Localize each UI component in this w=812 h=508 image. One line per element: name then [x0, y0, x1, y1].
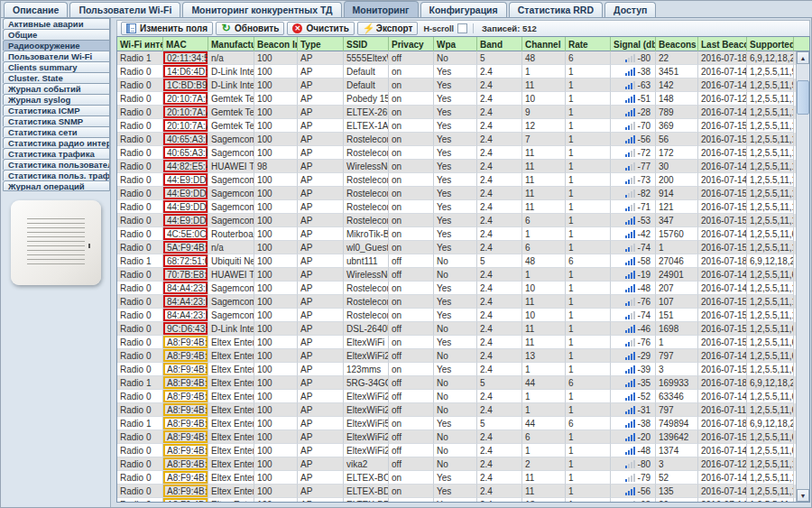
export-button[interactable]: ⚡ Экспорт — [357, 22, 419, 35]
scrollbar-up-button[interactable]: ▲ — [797, 51, 809, 64]
channel-cell: 10 — [522, 309, 566, 322]
table-row[interactable]: Radio 0A8:F9:4B:0...Eltex Enterp...100AP… — [117, 349, 796, 363]
rate-cell: 1 — [566, 498, 611, 502]
table-row[interactable]: Radio 05A:F9:4B:C...n/a100APwl0_Guest3on… — [117, 241, 796, 254]
column-header[interactable]: Channel — [522, 37, 566, 51]
sidebar-item[interactable]: Статистика ICMP — [3, 105, 110, 115]
tab[interactable]: Мониторинг конкурентных ТД — [182, 2, 341, 17]
column-header[interactable]: Manufactur... — [208, 37, 254, 51]
column-header[interactable]: Last Beacon — [698, 37, 747, 51]
column-header[interactable]: Signal (dbm) — [611, 37, 656, 51]
last-beacon-cell: 2016-07-18 ... — [698, 254, 747, 268]
column-header[interactable]: Wpa — [434, 37, 477, 51]
table-row[interactable]: Radio 044:E9:DD:D...Sagemcom ...100APRos… — [117, 214, 796, 227]
refresh-button[interactable]: ↻ Обновить — [216, 22, 284, 35]
sidebar-item[interactable]: Журнал операций — [3, 180, 110, 191]
table-row[interactable]: Radio 044:E9:DD:A...Sagemcom ...100APRos… — [117, 187, 796, 200]
mac-cell: 44:E9:DD:A... — [163, 187, 208, 200]
table-row[interactable]: Radio 1A8:F9:4B:0F...Eltex Enterp...100A… — [117, 417, 796, 430]
tab[interactable]: Описание — [4, 2, 68, 17]
supported-cell: 1,2,5.5,11,1... — [747, 146, 794, 160]
table-row[interactable]: Radio 0A8:F9:4B:5A...Eltex Enterp...100A… — [117, 471, 796, 485]
table-row[interactable]: Radio 020:10:7A:9...Gemtek Tec...100APPo… — [117, 92, 796, 106]
table-row[interactable]: Radio 0A8:F9:4B:0F...Eltex Enterp...100A… — [117, 390, 796, 403]
sidebar-item[interactable]: Статистика сети — [3, 126, 110, 137]
supported-cell: 6,9,12,18,24... — [747, 51, 794, 65]
sidebar-item[interactable]: Пользователи Wi-Fi — [3, 51, 110, 61]
column-header[interactable]: Beacon Int. — [254, 37, 298, 51]
column-header[interactable]: Wi-Fi интер... — [117, 37, 163, 51]
beacons-cell: 789 — [656, 106, 698, 119]
mac-cell: 44:82:E5:4A... — [163, 160, 208, 173]
signal-value: -70 — [638, 121, 651, 131]
table-row[interactable]: Radio 084:A4:23:F0...Sagemcom ...100APRo… — [117, 309, 796, 322]
table-row[interactable]: Radio 0A8:F9:4B:0...Eltex Enterp...100AP… — [117, 336, 796, 349]
table-row[interactable]: Radio 01C:BD:B9:C...D-Link Inter...100AP… — [117, 79, 796, 92]
table-row[interactable]: Radio 044:E9:DD:A...Sagemcom ...100APRos… — [117, 173, 796, 187]
column-header[interactable]: Band — [477, 37, 522, 51]
table-row[interactable]: Radio 044:82:E5:4A...HUAWEI TE...98APWir… — [117, 160, 796, 173]
sidebar-item[interactable]: Статистика пользователей — [3, 159, 110, 170]
supported-cell: 1,2,5.5,11,1... — [747, 187, 794, 200]
column-header[interactable]: Beacons — [656, 37, 698, 51]
column-header[interactable]: Type — [298, 37, 344, 51]
vertical-scrollbar[interactable]: ▲ ▼ — [796, 51, 809, 502]
beacons-cell: 749894 — [656, 417, 698, 430]
sidebar-item[interactable]: Журнал событий — [3, 83, 110, 94]
table-row[interactable]: Radio 0A8:F9:4B:0F...Eltex Enterp...100A… — [117, 444, 796, 457]
table-row[interactable]: Radio 0A8:F9:4B:1F...Eltex Enterp...100A… — [117, 457, 796, 471]
table-row[interactable]: Radio 0A8:F9:4B:5A...Eltex Enterp...100A… — [117, 485, 796, 498]
sidebar-item[interactable]: Clients summary — [3, 61, 110, 72]
table-row[interactable]: Radio 1A8:F9:4B:0F...Eltex Enterp...100A… — [117, 376, 796, 390]
beacons-cell: 3 — [656, 457, 698, 471]
table-row[interactable]: Radio 020:10:7A:AF...Gemtek Tec...100APE… — [117, 119, 796, 133]
tab[interactable]: Статистика RRD — [509, 2, 603, 17]
table-row[interactable]: Radio 044:E9:DD:D...Sagemcom ...100APRos… — [117, 200, 796, 214]
table-row[interactable]: Radio 0A8:F9:4B:0F...Eltex Enterp...100A… — [117, 403, 796, 417]
clear-button[interactable]: ✕ Очистить — [287, 22, 354, 35]
sidebar-item[interactable]: Статистика радио интерфейсов — [3, 137, 110, 148]
sidebar-item[interactable]: Радиоокружение — [3, 40, 110, 51]
table-row[interactable]: Radio 0A8:F9:4B:0F...Eltex Enterp...100A… — [117, 430, 796, 444]
sidebar-item[interactable]: Статистика польз. трафика — [3, 170, 110, 180]
table-row[interactable]: Radio 084:A4:23:EF...Sagemcom ...100APRo… — [117, 295, 796, 309]
table-row[interactable]: Radio 102:11:34:56...n/a100AP5555EltexWi… — [117, 51, 796, 65]
sidebar-item[interactable]: Журнал syslog — [3, 94, 110, 105]
edit-fields-button[interactable]: Изменить поля — [121, 22, 213, 35]
channel-cell: 11 — [522, 485, 566, 498]
beacon-int-cell: 100 — [254, 363, 298, 376]
sidebar-item[interactable]: Общие — [3, 29, 110, 40]
sidebar-item[interactable]: Статистика SNMP — [3, 115, 110, 126]
sidebar-item[interactable]: Cluster. State — [3, 72, 110, 83]
table-row[interactable]: Radio 070:7B:E8:0...HUAWEI TE...100APWir… — [117, 268, 796, 282]
hscroll-checkbox[interactable] — [457, 23, 467, 33]
mac-cell: 44:E9:DD:A... — [163, 173, 208, 187]
table-row[interactable]: Radio 04C:5E:0C:B...Routerboar...100APMi… — [117, 227, 796, 241]
table-row[interactable]: Radio 020:10:7A:A5...Gemtek Tec...100APE… — [117, 106, 796, 119]
mac-cell: 68:72:51:06... — [163, 254, 208, 268]
table-row[interactable]: Radio 168:72:51:06...Ubiquiti Net...100A… — [117, 254, 796, 268]
table-row[interactable]: Radio 0A8:F9:4B:0...Eltex Enterp...100AP… — [117, 363, 796, 376]
tab[interactable]: Пользователи Wi-Fi — [69, 2, 180, 17]
scrollbar-thumb[interactable] — [797, 80, 809, 115]
scrollbar-down-button[interactable]: ▼ — [797, 489, 809, 502]
column-header[interactable]: Rate — [566, 37, 611, 51]
column-header[interactable]: Supported ... — [747, 37, 794, 51]
table-row[interactable]: Radio 040:65:A3:BF...Sagemcom ...100APRo… — [117, 146, 796, 160]
signal-cell: -38 — [611, 65, 656, 79]
sidebar-item[interactable]: Статистика трафика — [3, 148, 110, 159]
sidebar-item[interactable]: Активные аварии — [3, 18, 110, 29]
table-row[interactable]: Radio 09C:D6:43:3...D-Link Inter...100AP… — [117, 322, 796, 336]
tab[interactable]: Конфигурация — [420, 2, 507, 17]
table-row[interactable]: Radio 0A8:F9:4B:5A...Eltex Enterp...100A… — [117, 498, 796, 502]
wifi-cell: Radio 0 — [117, 403, 163, 417]
table-row[interactable]: Radio 040:65:A3:BF...Sagemcom ...100APRo… — [117, 133, 796, 146]
app-window: Описание Пользователи Wi-Fi Мониторинг к… — [0, 0, 812, 508]
column-header[interactable]: SSID — [344, 37, 389, 51]
tab[interactable]: Мониторинг — [344, 1, 419, 17]
column-header[interactable]: MAC — [163, 37, 208, 51]
table-row[interactable]: Radio 084:A4:23:EF...Sagemcom ...100APRo… — [117, 282, 796, 295]
tab[interactable]: Доступ — [604, 2, 656, 17]
column-header[interactable]: Privacy — [389, 37, 434, 51]
table-row[interactable]: Radio 014:D6:4D:8...D-Link Inter...100AP… — [117, 65, 796, 79]
